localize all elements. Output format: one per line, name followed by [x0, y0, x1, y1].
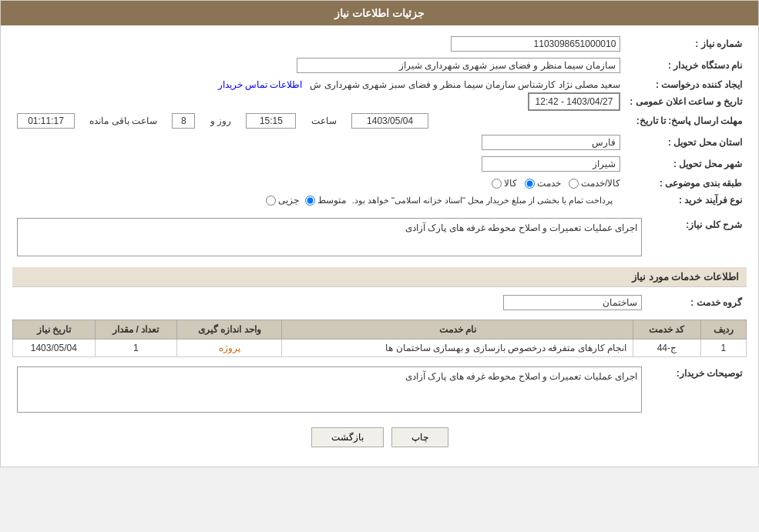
requester-row: ایجاد کننده درخواست : سعید مصلی نژاد کار…: [12, 76, 747, 93]
deadline-remaining[interactable]: 01:11:17: [17, 113, 75, 129]
cell-name: انجام کارهای متفرقه درخصوص بازسازی و بهس…: [282, 340, 633, 357]
deadline-label: مهلت ارسال پاسخ: تا تاریخ:: [625, 110, 747, 132]
deadline-day-label: روز و: [210, 115, 231, 126]
need-number-label: شماره نیاز :: [625, 33, 747, 55]
need-number-row: شماره نیاز : 1103098651000010: [12, 33, 747, 55]
cell-code: ج-44: [633, 340, 701, 357]
announce-label: تاریخ و ساعت اعلان عمومی :: [625, 93, 747, 110]
province-row: استان محل تحویل : فارس: [12, 132, 747, 153]
buyer-desc-input[interactable]: اجرای عملیات تعمیرات و اصلاح محوطه غرفه …: [17, 366, 642, 413]
buyer-org-row: نام دستگاه خریدار : سازمان سیما منظر و ف…: [12, 55, 747, 76]
category-row: طبقه بندی موضوعی : کالا خدمت کالا/خدمت: [12, 175, 747, 192]
need-number-input[interactable]: 1103098651000010: [451, 36, 620, 52]
group-service-row: گروه خدمت : ساختمان: [12, 292, 747, 313]
back-button[interactable]: بازگشت: [311, 427, 384, 447]
group-service-label: گروه خدمت :: [646, 292, 747, 313]
buyer-org-value: سازمان سیما منظر و فضای سبز شهری شهرداری…: [12, 55, 625, 76]
purchase-type-joz[interactable]: جزیی: [266, 195, 299, 206]
need-number-value: 1103098651000010: [12, 33, 625, 55]
requester-value: سعید مصلی نژاد کارشناس سازمان سیما منظر …: [12, 76, 625, 93]
category-radios: کالا خدمت کالا/خدمت: [12, 175, 625, 192]
need-desc-label: شرح کلی نیاز:: [646, 215, 747, 259]
need-desc-table: شرح کلی نیاز: اجرای عملیات تعمیرات و اصل…: [12, 215, 747, 259]
info-table: شماره نیاز : 1103098651000010 نام دستگاه…: [12, 33, 747, 209]
need-desc-value: اجرای عملیات تعمیرات و اصلاح محوطه غرفه …: [12, 215, 646, 259]
buyer-desc-value: اجرای عملیات تعمیرات و اصلاح محوطه غرفه …: [12, 363, 646, 416]
services-table: ردیف کد خدمت نام خدمت واحد اندازه گیری ت…: [12, 320, 747, 357]
province-input[interactable]: فارس: [482, 135, 620, 150]
need-desc-input[interactable]: اجرای عملیات تعمیرات و اصلاح محوطه غرفه …: [17, 218, 642, 256]
category-kala[interactable]: کالا: [492, 178, 517, 189]
group-service-table: گروه خدمت : ساختمان: [12, 292, 747, 313]
cell-count: 1: [95, 340, 176, 357]
services-header-row: ردیف کد خدمت نام خدمت واحد اندازه گیری ت…: [13, 320, 747, 340]
cell-row: 1: [700, 340, 746, 357]
col-date: تاریخ نیاز: [13, 320, 96, 340]
buyer-desc-table: توصیحات خریدار: اجرای عملیات تعمیرات و ا…: [12, 363, 747, 416]
col-name: نام خدمت: [282, 320, 633, 340]
services-table-header: ردیف کد خدمت نام خدمت واحد اندازه گیری ت…: [13, 320, 747, 340]
buyer-org-input[interactable]: سازمان سیما منظر و فضای سبز شهری شهرداری…: [297, 58, 620, 73]
deadline-value: 1403/05/04 ساعت 15:15 روز و 8 ساعت باقی …: [12, 110, 625, 132]
city-row: شهر محل تحویل : شیراز: [12, 153, 747, 175]
buyer-desc-row: توصیحات خریدار: اجرای عملیات تعمیرات و ا…: [12, 363, 747, 416]
page-header: جزئیات اطلاعات نیاز: [1, 1, 758, 25]
buyer-org-label: نام دستگاه خریدار :: [625, 55, 747, 76]
deadline-row: مهلت ارسال پاسخ: تا تاریخ: 1403/05/04 سا…: [12, 110, 747, 132]
col-unit: واحد اندازه گیری: [177, 320, 282, 340]
announce-value: 1403/04/27 - 12:42: [12, 93, 625, 110]
purchase-type-row: نوع فرآیند خرید : جزیی متوسط پرداخت تمام…: [12, 192, 747, 209]
page-title: جزئیات اطلاعات نیاز: [334, 7, 425, 19]
cell-unit: پروژه: [177, 340, 282, 357]
deadline-time-label: ساعت: [311, 115, 337, 126]
table-row: 1 ج-44 انجام کارهای متفرقه درخصوص بازساز…: [13, 340, 747, 357]
deadline-days[interactable]: 8: [172, 113, 195, 129]
announce-date: 1403/04/27 - 12:42: [528, 92, 621, 111]
deadline-date[interactable]: 1403/05/04: [351, 113, 428, 129]
cell-date: 1403/05/04: [13, 340, 96, 357]
city-value: شیراز: [12, 153, 625, 175]
province-value: فارس: [12, 132, 625, 153]
category-khadamat[interactable]: خدمت: [525, 178, 561, 189]
category-label: طبقه بندی موضوعی :: [625, 175, 747, 192]
content-area: شماره نیاز : 1103098651000010 نام دستگاه…: [1, 25, 758, 467]
province-label: استان محل تحویل :: [625, 132, 747, 153]
deadline-remaining-label: ساعت باقی مانده: [89, 115, 157, 126]
purchase-type-label: نوع فرآیند خرید :: [625, 192, 747, 209]
purchase-type-mota[interactable]: متوسط: [305, 195, 346, 206]
announce-row: تاریخ و ساعت اعلان عمومی : 1403/04/27 - …: [12, 93, 747, 110]
requester-label: ایجاد کننده درخواست :: [625, 76, 747, 93]
bottom-buttons: چاپ بازگشت: [12, 416, 747, 459]
requester-contact-link[interactable]: اطلاعات تماس خریدار: [218, 79, 303, 90]
page-wrapper: جزئیات اطلاعات نیاز شماره نیاز : 1103098…: [0, 0, 759, 467]
requester-name: سعید مصلی نژاد کارشناس سازمان سیما منظر …: [310, 79, 620, 90]
group-service-value: ساختمان: [12, 292, 646, 313]
city-label: شهر محل تحویل :: [625, 153, 747, 175]
services-table-body: 1 ج-44 انجام کارهای متفرقه درخصوص بازساز…: [13, 340, 747, 357]
col-code: کد خدمت: [633, 320, 701, 340]
print-button[interactable]: چاپ: [391, 427, 448, 447]
category-kala-khadamat[interactable]: کالا/خدمت: [569, 178, 620, 189]
col-count: تعداد / مقدار: [95, 320, 176, 340]
group-service-input[interactable]: ساختمان: [503, 295, 642, 310]
services-section-title: اطلاعات خدمات مورد نیاز: [12, 267, 747, 287]
purchase-notice: پرداخت تمام یا بخشی از مبلغ خریدار محل "…: [352, 196, 613, 206]
purchase-type-value: جزیی متوسط پرداخت تمام یا بخشی از مبلغ خ…: [12, 192, 625, 209]
need-desc-row: شرح کلی نیاز: اجرای عملیات تعمیرات و اصل…: [12, 215, 747, 259]
col-row: ردیف: [700, 320, 746, 340]
deadline-time[interactable]: 15:15: [246, 113, 296, 129]
buyer-desc-label: توصیحات خریدار:: [646, 363, 747, 416]
city-input[interactable]: شیراز: [482, 156, 620, 172]
